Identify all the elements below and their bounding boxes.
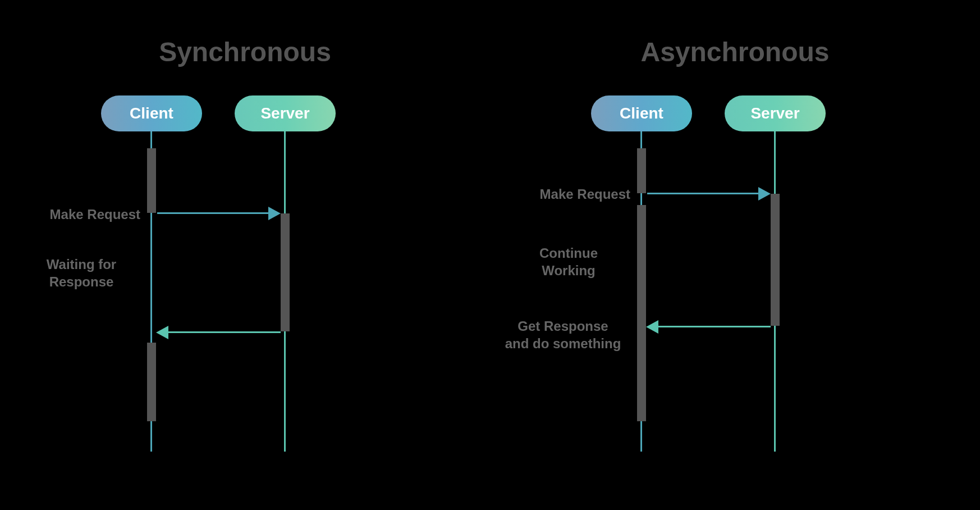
sync-request-arrow-head (268, 207, 281, 220)
sync-waiting-label: Waiting for Response (22, 256, 140, 290)
sync-title: Synchronous (0, 37, 490, 67)
async-getresp-label: Get Response and do something (496, 317, 630, 352)
sync-server-activation (281, 213, 290, 331)
async-client-label: Client (620, 104, 663, 122)
asynchronous-section: Asynchronous Client Server Make Request … (490, 0, 980, 510)
async-response-arrow-head (646, 320, 658, 334)
async-client-pill: Client (591, 95, 692, 131)
sync-client-activation-1 (147, 148, 156, 213)
diagram-container: Synchronous Client Server Make Request W… (0, 0, 980, 510)
async-client-activation-1 (637, 148, 646, 193)
async-server-label: Server (750, 104, 799, 122)
async-continue-label: Continue Working (507, 244, 630, 279)
async-response-arrow-line (658, 326, 771, 327)
sync-response-arrow-head (156, 326, 168, 339)
sync-server-pill: Server (235, 95, 336, 131)
async-request-arrow-head (758, 187, 771, 201)
sync-server-label: Server (260, 104, 309, 122)
sync-make-request-label: Make Request (22, 206, 140, 223)
async-request-arrow-line (647, 193, 759, 194)
sync-client-label: Client (130, 104, 173, 122)
async-title: Asynchronous (490, 37, 980, 67)
sync-client-activation-2 (147, 343, 156, 421)
async-server-pill: Server (725, 95, 826, 131)
sync-request-arrow-line (157, 212, 269, 214)
sync-client-pill: Client (101, 95, 202, 131)
sync-response-arrow-line (168, 331, 281, 333)
async-server-activation (771, 194, 780, 326)
async-make-request-label: Make Request (507, 185, 630, 203)
async-client-activation-2 (637, 205, 646, 421)
synchronous-section: Synchronous Client Server Make Request W… (0, 0, 490, 510)
